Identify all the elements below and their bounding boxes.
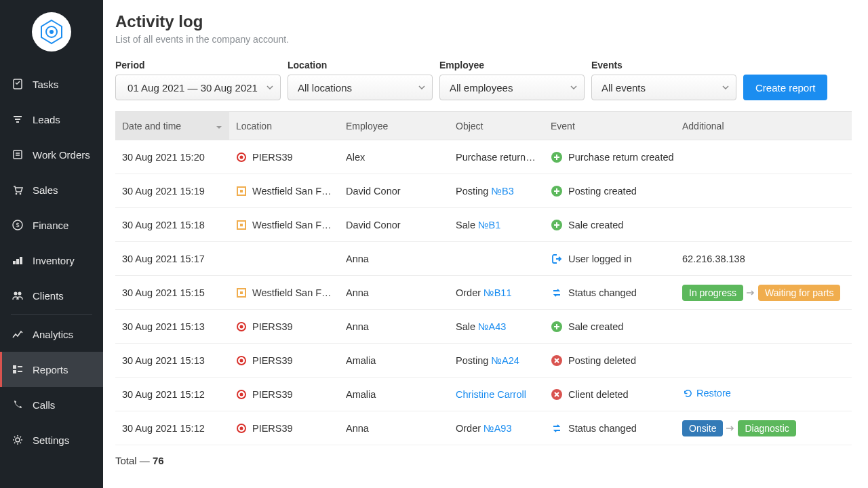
svg-rect-10 [16,259,19,264]
cell-location: PIERS39 [229,321,339,332]
nav-icon [11,327,24,341]
sidebar-item-finance[interactable]: $Finance [0,207,103,243]
cell-object: Order №B11 [449,287,544,298]
filters-row: Period 01 Aug 2021 — 30 Aug 2021 Locatio… [115,60,852,100]
event-icon [551,388,563,401]
cell-object: Order №A93 [449,423,544,434]
sidebar-item-calls[interactable]: Calls [0,387,103,422]
sidebar-item-label: Inventory [33,255,75,266]
arrow-right-icon [726,425,735,432]
col-employee[interactable]: Employee [339,121,449,131]
table-row: 30 Aug 2021 15:20PIERS39AlexPurchase ret… [115,140,852,174]
status-badge: In progress [682,285,743,301]
table-row: 30 Aug 2021 15:15Westfield San Fra…AnnaO… [115,276,852,310]
col-location[interactable]: Location [229,121,339,131]
cell-location: Westfield San Fra… [229,220,339,230]
cell-object: Sale №A43 [449,321,544,332]
logo [32,12,71,52]
sidebar-item-inventory[interactable]: Inventory [0,243,103,278]
events-select[interactable]: All events [591,75,736,100]
cell-datetime: 30 Aug 2021 15:19 [115,186,229,197]
sidebar-item-leads[interactable]: Leads [0,102,103,137]
location-name: Westfield San Fra… [252,287,332,298]
svg-rect-11 [20,257,22,264]
events-label: Events [591,60,736,70]
svg-point-6 [20,193,22,195]
object-link[interactable]: №B3 [491,186,513,197]
create-report-button[interactable]: Create report [743,75,827,100]
cell-event: Posting deleted [544,354,675,367]
cell-event: Status changed [544,287,675,299]
chevron-down-icon [418,85,425,89]
cell-additional: In progressWaiting for parts [675,285,852,301]
cell-employee: Amalia [339,389,449,400]
svg-rect-27 [240,291,243,294]
event-icon [551,151,563,163]
object-link[interactable]: №B11 [484,287,511,298]
col-object[interactable]: Object [449,121,544,131]
location-select[interactable]: All locations [288,75,433,100]
cell-object: Purchase return … [449,152,544,163]
table-header: Date and time Location Employee Object E… [115,112,852,140]
object-link[interactable]: №A43 [478,321,506,332]
cell-employee: Anna [339,321,449,332]
event-icon [551,219,563,231]
cell-datetime: 30 Aug 2021 15:12 [115,389,229,400]
svg-point-38 [240,426,243,430]
svg-point-2 [50,30,54,34]
object-link[interactable]: №B1 [478,220,500,230]
svg-point-13 [18,292,22,296]
cell-object: Christine Carroll [449,389,544,400]
sidebar-item-label: Finance [33,220,68,231]
cell-location: PIERS39 [229,389,339,400]
object-link[interactable]: Christine Carroll [456,389,526,400]
col-additional[interactable]: Additional [675,121,852,131]
cell-event: Sale created [544,219,675,231]
cell-additional: Restore [675,388,852,401]
cell-employee: Alex [339,152,449,163]
sidebar-item-label: Reports [33,364,68,375]
cell-event: Posting created [544,185,675,197]
sidebar-item-clients[interactable]: Clients [0,278,103,313]
employee-select[interactable]: All employees [439,75,585,100]
sidebar-item-tasks[interactable]: Tasks [0,66,103,102]
total-count: Total — 76 [115,455,852,466]
cell-location: PIERS39 [229,152,339,163]
location-name: PIERS39 [252,355,293,366]
location-name: Westfield San Fra… [252,220,332,230]
nav-icon [11,433,24,447]
sidebar-item-sales[interactable]: Sales [0,172,103,207]
object-link[interactable]: №A93 [484,423,511,434]
svg-rect-21 [240,190,243,192]
svg-rect-9 [13,261,16,264]
sidebar-item-work-orders[interactable]: Work Orders [0,137,103,172]
sidebar-item-analytics[interactable]: Analytics [0,317,103,352]
location-name: PIERS39 [252,389,293,400]
nav-icon [11,183,24,197]
sidebar-item-settings[interactable]: Settings [0,422,103,458]
period-select[interactable]: 01 Aug 2021 — 30 Aug 2021 [115,75,281,100]
restore-link[interactable]: Restore [682,388,731,399]
svg-text:$: $ [16,222,19,228]
svg-rect-4 [14,150,22,159]
undo-icon [682,388,692,399]
sidebar-item-reports[interactable]: Reports [0,352,103,387]
cell-employee: Anna [339,253,449,264]
location-name: Westfield San Fra… [252,186,332,197]
col-date-time[interactable]: Date and time [115,112,229,140]
cell-event: Sale created [544,321,675,333]
cell-location: PIERS39 [229,355,339,366]
col-event[interactable]: Event [544,121,675,131]
svg-rect-14 [13,365,16,369]
chevron-down-icon [722,85,729,89]
svg-point-5 [16,193,18,195]
cell-employee: Anna [339,423,449,434]
event-icon [551,321,563,333]
sidebar-item-label: Calls [33,399,55,411]
table-row: 30 Aug 2021 15:12PIERS39AnnaOrder №A93St… [115,411,852,445]
object-link[interactable]: №A24 [491,355,519,366]
location-type-icon [236,321,247,332]
event-icon [551,185,563,197]
chevron-down-icon [570,85,577,89]
svg-rect-24 [240,224,243,226]
